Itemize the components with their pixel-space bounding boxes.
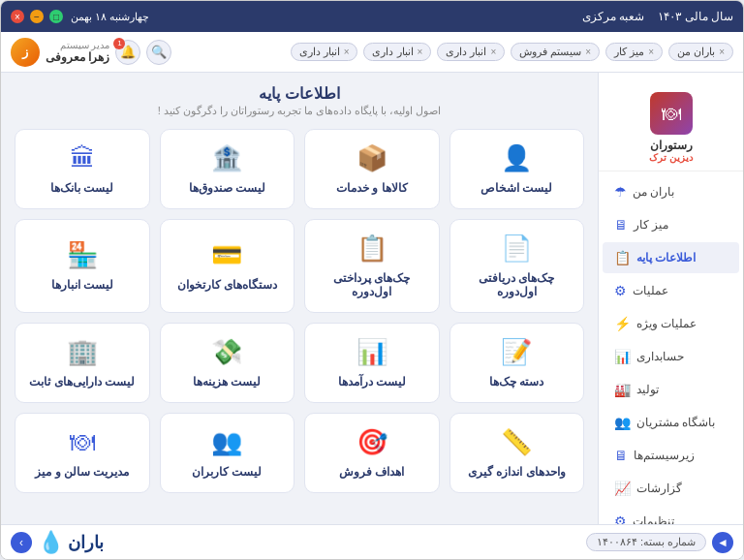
page-title-area: اطلاعات پایه اصول اولیه، با پایگاه داده‌… — [15, 84, 584, 117]
sidebar-item-systems[interactable]: زیرسیستم‌ها 🖥 — [603, 440, 739, 471]
units-icon: 📏 — [501, 427, 532, 457]
user-name: زهرا معروفی — [46, 50, 109, 64]
page-subtitle: اصول اولیه، با پایگاه داده‌های ما تجربه … — [15, 105, 584, 117]
baran-text: باران — [68, 532, 104, 553]
sidebar-item-production[interactable]: تولید 🏭 — [603, 374, 739, 405]
content-area: اطلاعات پایه اصول اولیه، با پایگاه داده‌… — [1, 73, 598, 524]
maximize-button[interactable]: □ — [49, 10, 63, 23]
minimize-button[interactable]: − — [30, 10, 44, 23]
cards-grid: 👤 لیست اشخاص 📦 کالاها و خدمات 🏦 لیست صند… — [15, 129, 584, 493]
sidebar-item-customers[interactable]: باشگاه مشتریان 👥 — [603, 407, 739, 438]
sidebar-item-basic[interactable]: اطلاعات پایه 📋 — [603, 242, 739, 273]
sidebar-label: باشگاه مشتریان — [636, 416, 715, 429]
sidebar: 🍽 رستوران دیزین ترک باران من ☂ میز کار 🖥… — [598, 73, 743, 524]
sidebar-label: گزارشات — [636, 482, 682, 495]
close-button[interactable]: × — [11, 10, 24, 23]
bottom-bar-left: ◄ شماره بسته: ۱۴۰۰۸۶۴ — [586, 532, 733, 553]
card-banks[interactable]: 🏛 لیست بانک‌ها — [15, 129, 150, 209]
sidebar-item-special[interactable]: عملیات ویژه ⚡ — [603, 308, 739, 339]
tag-close-icon[interactable]: × — [648, 47, 654, 57]
card-persons[interactable]: 👤 لیست اشخاص — [450, 129, 585, 209]
user-area: مدیر سیستم زهرا معروفی ز — [11, 38, 109, 67]
card-safes[interactable]: 🏦 لیست صندوق‌ها — [160, 129, 295, 209]
sidebar-label: عملیات — [633, 284, 668, 297]
card-goods[interactable]: 📦 کالاها و خدمات — [304, 129, 440, 209]
card-label: لیست کاربران — [192, 465, 262, 479]
search-button[interactable]: 🔍 — [146, 40, 171, 65]
sidebar-item-accounting[interactable]: حسابداری 📊 — [603, 341, 739, 372]
card-label: دسته چک‌ها — [489, 375, 543, 389]
clipboard-icon: 📋 — [614, 250, 631, 265]
card-salesgoals[interactable]: 🎯 اهداف فروش — [304, 413, 440, 493]
sidebar-label: میز کار — [634, 218, 668, 232]
title-bar-left: چهارشنبه ۱۸ بهمن □ − × — [11, 10, 149, 23]
users-icon: 👥 — [211, 427, 242, 457]
card-label: لیست درآمدها — [338, 375, 406, 389]
tag-close-icon[interactable]: × — [418, 47, 423, 57]
card-warehouses[interactable]: 🏪 لیست انبارها — [15, 219, 150, 313]
card-receivable[interactable]: 📄 چک‌های دریافتی اول‌دوره — [450, 219, 585, 313]
sidebar-item-ops[interactable]: عملیات ⚙ — [603, 275, 739, 306]
goods-icon: 📦 — [356, 143, 388, 173]
card-label: لیست انبارها — [51, 278, 113, 292]
special-icon: ⚡ — [614, 316, 631, 331]
chevron-button[interactable]: ◄ — [712, 532, 733, 553]
payable-icon: 📋 — [356, 233, 388, 264]
nav-next-button[interactable]: › — [11, 532, 32, 553]
restaurant-logo: 🍽 رستوران دیزین ترک — [599, 80, 743, 171]
tag-baran-man[interactable]: × باران من — [668, 43, 733, 61]
tag-close-icon[interactable]: × — [344, 47, 350, 57]
tag-system-forosh[interactable]: × سیستم فروش — [511, 43, 600, 61]
tag-close-icon[interactable]: × — [585, 47, 591, 57]
sidebar-item-reports[interactable]: گزارشات 📈 — [603, 473, 739, 504]
card-costs[interactable]: 💸 لیست هزینه‌ها — [160, 323, 295, 403]
sidebar-label: باران من — [633, 185, 674, 199]
sidebar-item-baran[interactable]: باران من ☂ — [603, 176, 739, 207]
warehouses-icon: 🏪 — [67, 240, 98, 270]
costs-icon: 💸 — [211, 337, 242, 367]
production-icon: 🏭 — [614, 382, 631, 397]
user-avatar[interactable]: ز — [11, 38, 40, 67]
card-checkgroups[interactable]: 📝 دسته چک‌ها — [450, 323, 585, 403]
settings-icon: ⚙ — [614, 513, 627, 524]
card-label: چک‌های پرداختی اول‌دوره — [315, 271, 429, 298]
baran-logo: باران 💧 — [38, 530, 104, 555]
card-payable[interactable]: 📋 چک‌های پرداختی اول‌دوره — [304, 219, 440, 313]
customers-icon: 👥 — [614, 415, 631, 430]
card-label: اهداف فروش — [339, 465, 404, 479]
card-tables[interactable]: 🍽 مدیریت سالن و میز — [15, 413, 150, 493]
title-year: سال مالی ۱۴۰۳ — [658, 10, 733, 23]
incomes-icon: 📊 — [356, 337, 388, 367]
tag-anbardari-1[interactable]: × انبار داری — [437, 43, 505, 61]
card-label: کالاها و خدمات — [336, 181, 408, 195]
tag-miz-kar[interactable]: × میز کار — [605, 43, 663, 61]
sidebar-label: حسابداری — [636, 350, 684, 363]
notification-button[interactable]: 🔔 1 — [115, 40, 140, 65]
card-cashdevices[interactable]: 💳 دستگاه‌های کارتخوان — [160, 219, 295, 313]
card-label: لیست اشخاص — [480, 181, 552, 195]
tag-anbardari-2[interactable]: × انبار داری — [363, 43, 431, 61]
sidebar-item-settings[interactable]: تنظیمات ⚙ — [603, 506, 739, 524]
tag-anbardari-3[interactable]: × انبار داری — [291, 43, 358, 61]
monitor-icon: 🖥 — [614, 217, 628, 233]
card-label: واحدهای اندازه گیری — [468, 465, 566, 479]
sidebar-label: تولید — [636, 383, 659, 396]
title-bar-controls: □ − × — [11, 10, 63, 23]
sidebar-label: زیرسیستم‌ها — [634, 449, 695, 462]
card-users[interactable]: 👥 لیست کاربران — [160, 413, 295, 493]
checkgroups-icon: 📝 — [501, 337, 532, 367]
card-incomes[interactable]: 📊 لیست درآمدها — [304, 323, 440, 403]
header-tags: × باران من × میز کار × سیستم فروش × انبا… — [291, 43, 733, 61]
card-label: مدیریت سالن و میز — [35, 465, 129, 479]
restaurant-name: رستوران — [650, 139, 693, 152]
tag-close-icon[interactable]: × — [719, 47, 725, 57]
bottom-bar-right: باران 💧 › — [11, 530, 104, 555]
title-bar: سال مالی ۱۴۰۳ شعبه مرکزی چهارشنبه ۱۸ بهم… — [1, 1, 743, 32]
sidebar-item-desk[interactable]: میز کار 🖥 — [603, 209, 739, 240]
card-label: لیست هزینه‌ها — [193, 375, 261, 389]
card-units[interactable]: 📏 واحدهای اندازه گیری — [450, 413, 585, 493]
tag-close-icon[interactable]: × — [490, 47, 496, 57]
main-layout: 🍽 رستوران دیزین ترک باران من ☂ میز کار 🖥… — [1, 73, 743, 524]
card-fixedassets[interactable]: 🏢 لیست دارایی‌های ثابت — [15, 323, 150, 403]
header: × باران من × میز کار × سیستم فروش × انبا… — [1, 32, 743, 73]
